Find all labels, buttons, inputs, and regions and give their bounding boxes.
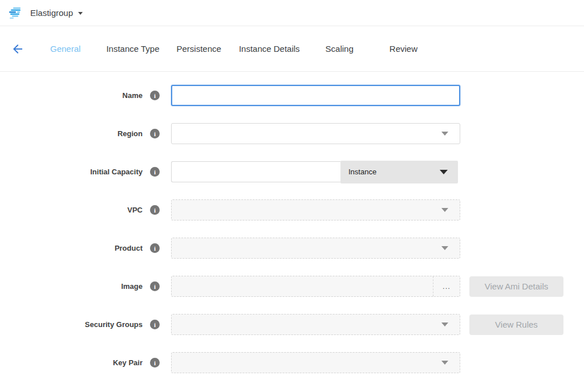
security-groups-info-icon[interactable]: i — [150, 320, 160, 329]
product-row: Product i — [0, 238, 584, 259]
image-browse-button[interactable]: ... — [433, 276, 460, 296]
key-pair-row: Key Pair i — [0, 352, 584, 373]
product-caret-icon — [441, 246, 448, 250]
region-row: Region i — [0, 123, 584, 144]
general-settings-form: Name i Region i Initial Capacity i Insta… — [0, 72, 584, 373]
region-info-icon[interactable]: i — [150, 129, 160, 138]
product-label: Product — [0, 244, 143, 252]
app-switcher-label[interactable]: Elastigroup — [30, 8, 73, 18]
security-groups-label: Security Groups — [0, 320, 143, 329]
product-info-icon[interactable]: i — [150, 243, 160, 253]
vpc-info-icon[interactable]: i — [150, 205, 160, 215]
name-info-icon[interactable]: i — [150, 91, 160, 100]
initial-capacity-row: Initial Capacity i Instance — [0, 161, 584, 182]
region-label: Region — [0, 129, 143, 138]
image-label: Image — [0, 282, 143, 291]
key-pair-caret-icon — [441, 361, 448, 365]
back-button[interactable] — [10, 42, 25, 56]
tab-instance-type[interactable]: Instance Type — [106, 44, 159, 54]
region-caret-icon — [441, 132, 448, 136]
security-groups-select — [171, 314, 460, 335]
capacity-unit-value: Instance — [348, 168, 376, 176]
capacity-unit-caret-icon — [440, 170, 448, 174]
wizard-tab-bar: General Instance Type Persistence Instan… — [0, 26, 584, 72]
name-label: Name — [0, 91, 143, 100]
tab-general[interactable]: General — [50, 44, 80, 54]
app-switcher-caret-icon[interactable] — [78, 12, 83, 15]
image-picker: ... — [171, 276, 460, 297]
initial-capacity-label: Initial Capacity — [0, 168, 143, 176]
key-pair-label: Key Pair — [0, 358, 143, 367]
initial-capacity-input[interactable] — [171, 161, 340, 182]
image-info-icon[interactable]: i — [150, 281, 160, 291]
vpc-label: VPC — [0, 206, 143, 214]
security-groups-caret-icon — [441, 322, 448, 326]
vpc-row: VPC i — [0, 199, 584, 220]
tab-review[interactable]: Review — [390, 44, 417, 54]
image-row: Image i ... View Ami Details — [0, 276, 584, 297]
capacity-unit-select[interactable]: Instance — [340, 161, 458, 183]
initial-capacity-info-icon[interactable]: i — [150, 167, 160, 177]
product-select — [171, 238, 460, 259]
name-input[interactable] — [171, 85, 460, 106]
tab-scaling[interactable]: Scaling — [326, 44, 354, 54]
vpc-select — [171, 199, 460, 220]
region-select[interactable] — [171, 123, 460, 144]
image-value — [172, 276, 433, 296]
tab-instance-details[interactable]: Instance Details — [239, 44, 300, 54]
wizard-tabs: General Instance Type Persistence Instan… — [25, 44, 417, 54]
tab-persistence[interactable]: Persistence — [177, 44, 221, 54]
view-ami-details-button[interactable]: View Ami Details — [469, 276, 563, 297]
name-row: Name i — [0, 85, 584, 106]
security-groups-row: Security Groups i View Rules — [0, 314, 584, 335]
key-pair-info-icon[interactable]: i — [150, 358, 160, 368]
back-arrow-icon — [11, 42, 25, 56]
key-pair-select — [171, 352, 460, 373]
view-rules-button[interactable]: View Rules — [469, 315, 563, 335]
elastigroup-logo-icon — [9, 6, 23, 20]
vpc-caret-icon — [441, 208, 448, 212]
top-bar: Elastigroup — [0, 0, 584, 26]
